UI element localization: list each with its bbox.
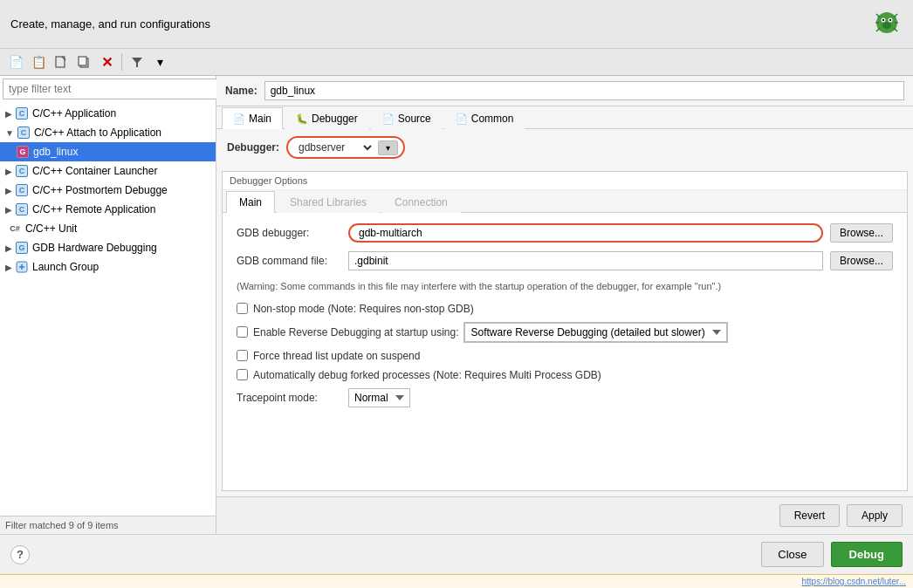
overflow-link[interactable]: https://blog.csdn.net/luter... [801,577,906,586]
arrow-cpp-postmortem: ▶ [5,186,12,195]
svg-rect-14 [79,57,86,65]
tracepoint-row: Tracepoint mode: Normal Fast Static [237,388,893,407]
tab-debugger[interactable]: 🐛 Debugger [285,107,369,129]
help-button[interactable]: ? [10,545,30,564]
gdb-debugger-row: GDB debugger: Browse... [237,223,893,243]
debug-button[interactable]: Debug [831,542,903,567]
tree-item-cpp-container[interactable]: ▶ C C/C++ Container Launcher [0,161,216,181]
sub-tab-connection[interactable]: Connection [381,191,461,213]
tab-debugger-label: Debugger [312,113,358,125]
gdb-command-row: GDB command file: Browse... [237,251,893,270]
delete-config-btn[interactable]: ✕ [96,51,117,72]
config-tree: ▶ C C/C++ Application ▼ C C/C++ Attach t… [0,102,216,516]
svg-marker-15 [132,58,142,67]
bug-icon [871,7,903,41]
new-config-btn[interactable]: 📄 [5,51,26,72]
revert-button[interactable]: Revert [779,504,840,527]
auto-fork-label: Automatically debug forked processes (No… [253,369,601,381]
tracepoint-select[interactable]: Normal Fast Static [348,388,410,407]
label-cpp-unit: C/C++ Unit [25,222,77,235]
label-launch-group: Launch Group [32,261,99,273]
gdb-debugger-browse-btn[interactable]: Browse... [830,223,893,243]
filter-down-btn[interactable]: ▾ [149,51,170,72]
toolbar: 📄 📋 ✕ ▾ [0,49,913,76]
tree-item-cpp-unit[interactable]: C# C/C++ Unit [0,219,216,238]
main-content: Name: 📄 Main 🐛 Debugger 📄 Source [216,76,913,534]
icon-cpp-attach: C [17,126,31,140]
icon-launch-group [15,260,29,274]
tab-source[interactable]: 📄 Source [371,107,443,129]
tab-debugger-icon: 🐛 [296,113,308,125]
tab-common[interactable]: 📄 Common [444,107,525,129]
label-gdb-linux: gdb_linux [33,146,78,158]
tab-source-icon: 📄 [382,113,395,125]
tab-main-icon: 📄 [233,113,245,125]
tree-item-cpp-attach[interactable]: ▼ C C/C++ Attach to Application [0,123,216,142]
sub-tab-main-label: Main [239,196,262,209]
non-stop-row: Non-stop mode (Note: Requires non-stop G… [237,303,893,315]
tree-item-cpp-app[interactable]: ▶ C C/C++ Application [0,104,216,123]
icon-gdb-linux: G [16,145,30,159]
force-thread-label: Force thread list update on suspend [253,350,420,362]
debugger-panel-title: Debugger Options [223,172,907,190]
debugger-dropdown-btn[interactable]: ▾ [378,140,398,155]
arrow-cpp-attach: ▼ [5,128,14,138]
warning-text: (Warning: Some commands in this file may… [237,279,893,294]
non-stop-label: Non-stop mode (Note: Requires non-stop G… [253,303,474,315]
tree-item-launch-group[interactable]: ▶ Launch Group [0,257,216,277]
debugger-select[interactable]: gdb gdbserver gdb (remote) [293,140,374,155]
new-config-copy-btn[interactable]: 📋 [28,51,49,72]
icon-cpp-container: C [15,164,29,178]
force-thread-checkbox[interactable] [237,350,248,361]
icon-cpp-postmortem: C [15,183,29,197]
sub-tab-main[interactable]: Main [226,191,275,213]
auto-fork-row: Automatically debug forked processes (No… [237,369,893,381]
close-button[interactable]: Close [761,542,823,567]
tree-item-gdb-hardware[interactable]: ▶ G GDB Hardware Debugging [0,238,216,257]
debugger-label: Debugger: [227,141,279,154]
export-config-btn[interactable] [51,51,72,72]
icon-cpp-app: C [15,106,29,120]
reverse-debug-select[interactable]: Software Reverse Debugging (detailed but… [464,323,727,342]
run-configurations-dialog: Create, manage, and run configurations 📄… [0,0,913,588]
tree-item-cpp-postmortem[interactable]: ▶ C C/C++ Postmortem Debugge [0,181,216,200]
label-cpp-postmortem: C/C++ Postmortem Debugge [32,184,168,196]
form-area: GDB debugger: Browse... GDB command file… [223,213,907,490]
reverse-debug-row: Enable Reverse Debugging at startup usin… [237,322,893,343]
auto-fork-checkbox[interactable] [237,369,248,380]
gdb-debugger-input[interactable] [348,223,823,243]
footer-bar: ? Close Debug [0,534,913,574]
reverse-debug-label: Enable Reverse Debugging at startup usin… [253,326,458,338]
dialog-title: Create, manage, and run configurations [10,17,210,31]
gdb-command-label: GDB command file: [237,255,341,267]
name-row: Name: [216,76,913,106]
filter-btn[interactable] [127,51,148,72]
main-tabs-bar: 📄 Main 🐛 Debugger 📄 Source 📄 Common [216,106,913,129]
reverse-debug-checkbox[interactable] [237,326,248,338]
svg-point-5 [882,22,891,29]
filter-match-count: Filter matched 9 of 9 items [5,520,119,530]
debugger-combo: gdb gdbserver gdb (remote) ▾ [286,136,405,159]
apply-button[interactable]: Apply [847,504,903,527]
name-input[interactable] [264,81,904,100]
dialog-header: Create, manage, and run configurations [0,0,913,49]
gdb-command-browse-btn[interactable]: Browse... [830,251,893,270]
revert-apply-bar: Revert Apply [216,496,913,534]
dialog-body: ▶ C C/C++ Application ▼ C C/C++ Attach t… [0,76,913,534]
non-stop-checkbox[interactable] [237,303,248,314]
tab-main[interactable]: 📄 Main [222,107,283,129]
name-label: Name: [225,85,257,97]
arrow-cpp-app: ▶ [5,109,12,119]
icon-gdb-hardware: G [15,241,29,255]
force-thread-row: Force thread list update on suspend [237,350,893,362]
filter-input[interactable] [3,79,218,99]
sub-tab-shared-libs[interactable]: Shared Libraries [277,191,380,213]
tree-item-gdb-linux[interactable]: G gdb_linux [0,142,216,161]
content-area: Debugger Options Main Shared Libraries C… [216,166,913,496]
duplicate-config-btn[interactable] [73,51,94,72]
gdb-command-input[interactable] [348,251,823,270]
sub-tab-connection-label: Connection [395,196,448,209]
gdb-debugger-label: GDB debugger: [237,227,341,239]
tree-item-cpp-remote[interactable]: ▶ C C/C++ Remote Application [0,200,216,219]
arrow-gdb-hardware: ▶ [5,243,12,253]
